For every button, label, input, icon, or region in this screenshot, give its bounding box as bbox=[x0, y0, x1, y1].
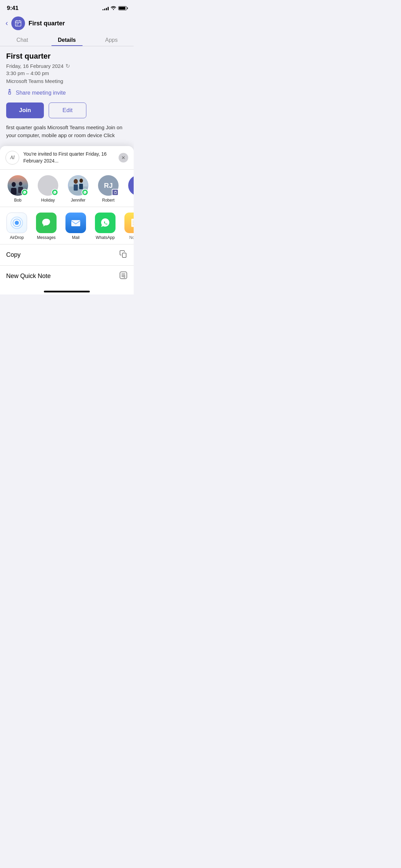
airdrop-icon bbox=[7, 213, 27, 233]
join-button[interactable]: Join bbox=[6, 103, 44, 118]
calendar-icon bbox=[14, 20, 22, 27]
meeting-details: First quarter Friday, 16 February 2024 ↻… bbox=[0, 46, 134, 143]
app-notes[interactable]: Notes bbox=[123, 213, 134, 240]
app-whatsapp[interactable]: WhatsApp bbox=[94, 213, 117, 240]
copy-label: Copy bbox=[6, 251, 21, 258]
whatsapp-badge-holiday bbox=[51, 189, 58, 196]
meeting-avatar bbox=[11, 16, 25, 30]
meeting-description: first quarter goals Microsoft Teams meet… bbox=[6, 124, 127, 139]
svg-rect-15 bbox=[74, 184, 78, 191]
wifi-icon bbox=[111, 6, 116, 11]
ai-preview: AI You're invited to First quarter Frida… bbox=[0, 146, 134, 170]
quick-note-icon bbox=[119, 271, 127, 281]
home-bar bbox=[44, 291, 90, 292]
header: ‹ First quarter bbox=[0, 14, 134, 34]
status-bar: 9:41 bbox=[0, 0, 134, 14]
mail-label: Mail bbox=[72, 235, 80, 240]
svg-rect-23 bbox=[122, 253, 126, 257]
copy-icon bbox=[119, 250, 127, 260]
contacts-row: Bob Holiday bbox=[0, 170, 134, 207]
quick-note-action[interactable]: New Quick Note bbox=[0, 266, 134, 287]
meeting-type: Microsoft Teams Meeting bbox=[6, 78, 127, 84]
status-time: 9:41 bbox=[7, 5, 19, 12]
app-mail[interactable]: Mail bbox=[64, 213, 87, 240]
notes-label: Notes bbox=[129, 235, 134, 240]
share-invite-button[interactable]: Share meeting invite bbox=[6, 89, 127, 97]
meeting-date-row: Friday, 16 February 2024 ↻ bbox=[6, 63, 127, 69]
signal-icon bbox=[102, 6, 109, 10]
home-indicator bbox=[0, 287, 134, 294]
app-airdrop[interactable]: AirDrop bbox=[5, 213, 28, 240]
battery-icon bbox=[118, 6, 127, 10]
whatsapp-badge bbox=[21, 189, 28, 196]
recur-icon: ↻ bbox=[65, 63, 70, 69]
whatsapp-icon bbox=[95, 213, 116, 233]
back-button[interactable]: ‹ bbox=[5, 19, 8, 28]
action-buttons: Join Edit bbox=[6, 103, 127, 118]
meeting-date: Friday, 16 February 2024 bbox=[6, 63, 63, 69]
contact-bob[interactable]: Bob bbox=[5, 175, 30, 203]
svg-rect-18 bbox=[71, 220, 80, 226]
ai-icon: AI bbox=[5, 151, 19, 165]
meeting-title: First quarter bbox=[6, 52, 127, 61]
svg-point-16 bbox=[80, 179, 83, 183]
edit-button[interactable]: Edit bbox=[49, 103, 86, 118]
tabs-bar: Chat Details Apps bbox=[0, 34, 134, 46]
share-invite-label: Share meeting invite bbox=[16, 90, 66, 96]
tab-details[interactable]: Details bbox=[45, 34, 89, 46]
svg-point-8 bbox=[12, 182, 16, 187]
meeting-time: 3:30 pm – 4:00 pm bbox=[6, 70, 127, 76]
contact-robert[interactable]: RJ Robert bbox=[96, 175, 121, 203]
contact-first[interactable]: First bbox=[126, 175, 134, 203]
apps-row: AirDrop Messages Mail bbox=[0, 207, 134, 244]
tab-apps[interactable]: Apps bbox=[89, 34, 134, 46]
contact-robert-name: Robert bbox=[102, 198, 114, 203]
contact-bob-name: Bob bbox=[14, 198, 21, 203]
ai-preview-text: You're invited to First quarter Friday, … bbox=[23, 151, 114, 164]
messages-icon bbox=[36, 213, 57, 233]
ai-close-button[interactable]: ✕ bbox=[119, 153, 128, 162]
contact-holiday-name: Holiday bbox=[41, 198, 55, 203]
whatsapp-badge-jennifer bbox=[82, 189, 88, 196]
app-messages[interactable]: Messages bbox=[35, 213, 58, 240]
teams-badge-robert bbox=[112, 189, 119, 196]
tab-chat[interactable]: Chat bbox=[0, 34, 45, 46]
svg-rect-17 bbox=[79, 184, 83, 189]
notes-icon bbox=[124, 213, 134, 233]
svg-rect-4 bbox=[17, 23, 18, 24]
header-title: First quarter bbox=[28, 20, 65, 27]
first-avatar-bg bbox=[128, 175, 134, 196]
copy-action[interactable]: Copy bbox=[0, 244, 134, 266]
mail-icon bbox=[65, 213, 86, 233]
messages-label: Messages bbox=[37, 235, 56, 240]
quick-note-label: New Quick Note bbox=[6, 273, 51, 280]
share-sheet: AI You're invited to First quarter Frida… bbox=[0, 146, 134, 294]
svg-point-14 bbox=[74, 179, 78, 184]
share-icon bbox=[6, 89, 13, 97]
contact-jennifer[interactable]: Jennifer bbox=[66, 175, 90, 203]
svg-point-10 bbox=[19, 182, 22, 186]
svg-rect-5 bbox=[18, 23, 19, 24]
whatsapp-label: WhatsApp bbox=[96, 235, 114, 240]
status-icons bbox=[102, 6, 127, 11]
contact-holiday[interactable]: Holiday bbox=[36, 175, 60, 203]
airdrop-label: AirDrop bbox=[10, 235, 24, 240]
svg-rect-9 bbox=[11, 188, 16, 195]
contact-jennifer-name: Jennifer bbox=[71, 198, 86, 203]
svg-rect-6 bbox=[17, 25, 18, 25]
